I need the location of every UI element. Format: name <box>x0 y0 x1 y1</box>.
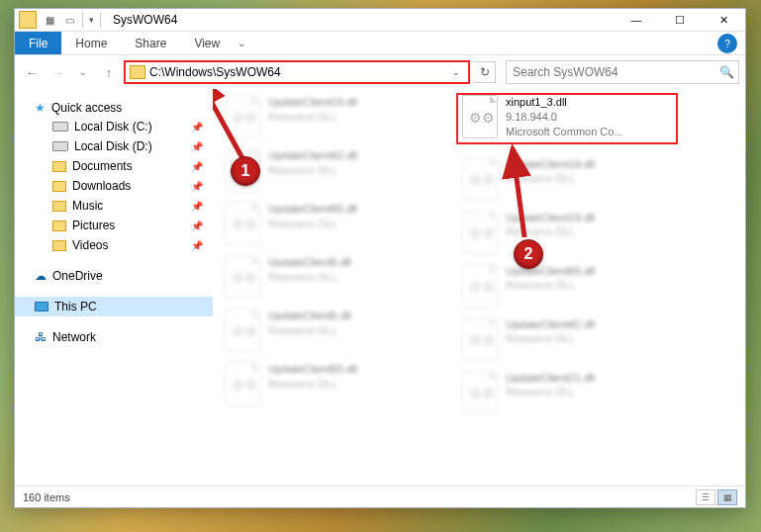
recent-dropdown-icon[interactable]: ⌄ <box>72 61 94 83</box>
dll-icon: ⚙⚙ <box>225 362 260 405</box>
sidebar-item-this-pc[interactable]: This PC <box>15 297 213 316</box>
details-view-button[interactable]: ☰ <box>696 489 715 505</box>
file-item[interactable]: ⚙⚙UpdateClient19.dllResource DLL <box>460 155 668 203</box>
status-bar: 160 items ☰ ▦ <box>15 486 745 507</box>
pin-icon: 📌 <box>191 181 203 192</box>
folder-icon <box>130 65 145 79</box>
view-switcher: ☰ ▦ <box>696 489 737 505</box>
back-button[interactable]: ← <box>21 61 43 83</box>
body: ★Quick access Local Disk (C:)📌 Local Dis… <box>15 89 745 486</box>
folder-icon <box>52 201 66 212</box>
sidebar-item-music[interactable]: Music📌 <box>15 196 213 216</box>
folder-icon <box>52 181 66 192</box>
file-item[interactable]: ⚙⚙UpdateClient19.dllResource DLL <box>460 209 668 256</box>
sidebar-item-local-disk-c[interactable]: Local Disk (C:)📌 <box>15 117 213 136</box>
item-count: 160 items <box>23 491 70 503</box>
file-item[interactable]: ⚙⚙UpdateClient65.dllResource DLL <box>223 360 430 407</box>
icons-view-button[interactable]: ▦ <box>717 489 737 505</box>
drive-icon <box>52 141 68 151</box>
pin-icon: 📌 <box>191 161 203 172</box>
qat-properties-icon[interactable]: ▦ <box>41 11 58 29</box>
address-bar[interactable]: C:\Windows\SysWOW64 ⌄ <box>124 60 470 84</box>
file-tab[interactable]: File <box>15 32 61 54</box>
explorer-window: ▦ ▭ ▾ SysWOW64 — ☐ ✕ File Home Share Vie… <box>14 8 746 508</box>
refresh-button[interactable]: ↻ <box>474 61 496 83</box>
annotation-callout-2: 2 <box>514 239 543 269</box>
window-controls: — ☐ ✕ <box>615 9 745 32</box>
star-icon: ★ <box>35 101 46 115</box>
file-item[interactable]: ⚙⚙UpdateClient5.dllResource DLL <box>223 253 430 301</box>
qat-new-icon[interactable]: ▭ <box>60 11 78 29</box>
dll-icon: ⚙⚙ <box>462 264 498 308</box>
file-column: ⚙⚙ xinput1_3.dll 9.18.944.0 Microsoft Co… <box>460 93 668 422</box>
file-list[interactable]: ⚙⚙UpdateClient19.dllResource DLL ⚙⚙Updat… <box>213 89 745 486</box>
tab-share[interactable]: Share <box>121 32 180 54</box>
file-item[interactable]: ⚙⚙UpdateClient21.dllResource DLL <box>460 369 668 416</box>
title-bar: ▦ ▭ ▾ SysWOW64 — ☐ ✕ <box>15 9 745 32</box>
navigation-bar: ← → ⌄ ↑ C:\Windows\SysWOW64 ⌄ ↻ 🔍 <box>15 55 745 89</box>
file-item[interactable]: ⚙⚙UpdateClient65.dllResource DLL <box>460 262 668 310</box>
dll-icon: ⚙⚙ <box>462 317 498 361</box>
dll-icon: ⚙⚙ <box>462 157 498 201</box>
qat-dropdown-icon[interactable]: ▾ <box>87 15 96 25</box>
up-button[interactable]: ↑ <box>98 61 120 83</box>
folder-icon <box>52 221 66 231</box>
ribbon-expand-icon[interactable]: ⌄ <box>234 38 249 48</box>
address-path[interactable]: C:\Windows\SysWOW64 <box>149 65 448 79</box>
dll-icon: ⚙⚙ <box>462 211 498 254</box>
sidebar-item-network[interactable]: 🖧Network <box>15 328 213 346</box>
sidebar-item-onedrive[interactable]: ☁OneDrive <box>15 267 213 285</box>
window-title: SysWOW64 <box>113 13 177 27</box>
sidebar-item-documents[interactable]: Documents📌 <box>15 156 213 176</box>
close-button[interactable]: ✕ <box>702 9 745 32</box>
dll-icon: ⚙⚙ <box>462 95 498 138</box>
search-icon[interactable]: 🔍 <box>714 65 738 79</box>
tab-view[interactable]: View <box>180 32 234 54</box>
folder-icon <box>52 240 66 251</box>
svg-line-3 <box>513 148 524 237</box>
folder-icon <box>52 161 66 172</box>
dll-icon: ⚙⚙ <box>225 309 260 352</box>
pin-icon: 📌 <box>191 221 203 231</box>
separator <box>82 12 83 28</box>
quick-access-toolbar: ▦ ▭ <box>41 11 78 29</box>
annotation-arrow <box>495 138 544 251</box>
sidebar-item-pictures[interactable]: Pictures📌 <box>15 216 213 235</box>
dll-icon: ⚙⚙ <box>225 255 260 299</box>
folder-icon <box>19 11 37 29</box>
maximize-button[interactable]: ☐ <box>658 9 702 32</box>
address-dropdown-icon[interactable]: ⌄ <box>448 67 464 77</box>
svg-line-1 <box>213 89 242 158</box>
separator <box>100 12 101 28</box>
drive-icon <box>52 122 68 132</box>
search-box[interactable]: 🔍 <box>506 60 739 84</box>
cloud-icon: ☁ <box>35 269 47 283</box>
sidebar-item-downloads[interactable]: Downloads📌 <box>15 176 213 196</box>
pin-icon: 📌 <box>191 141 203 152</box>
quick-access-header[interactable]: ★Quick access <box>15 99 213 117</box>
file-item[interactable]: ⚙⚙UpdateClient42.dllResource DLL <box>460 315 668 363</box>
network-icon: 🖧 <box>35 330 47 344</box>
help-icon[interactable]: ? <box>717 34 737 53</box>
file-item[interactable]: ⚙⚙UpdateClient65.dllResource DLL <box>223 200 430 247</box>
pin-icon: 📌 <box>191 122 203 133</box>
pc-icon <box>35 302 48 311</box>
search-input[interactable] <box>507 65 714 79</box>
ribbon: File Home Share View ⌄ ? <box>15 32 745 55</box>
annotation-callout-1: 1 <box>231 156 260 186</box>
sidebar-item-local-disk-d[interactable]: Local Disk (D:)📌 <box>15 136 213 156</box>
navigation-pane: ★Quick access Local Disk (C:)📌 Local Dis… <box>15 89 213 486</box>
forward-button[interactable]: → <box>47 61 68 83</box>
minimize-button[interactable]: — <box>615 9 658 32</box>
pin-icon: 📌 <box>191 201 203 212</box>
tab-home[interactable]: Home <box>61 32 121 54</box>
dll-icon: ⚙⚙ <box>225 202 260 245</box>
pin-icon: 📌 <box>191 240 203 251</box>
file-item[interactable]: ⚙⚙UpdateClient5.dllResource DLL <box>223 307 430 354</box>
sidebar-item-videos[interactable]: Videos📌 <box>15 235 213 255</box>
dll-icon: ⚙⚙ <box>462 371 498 414</box>
